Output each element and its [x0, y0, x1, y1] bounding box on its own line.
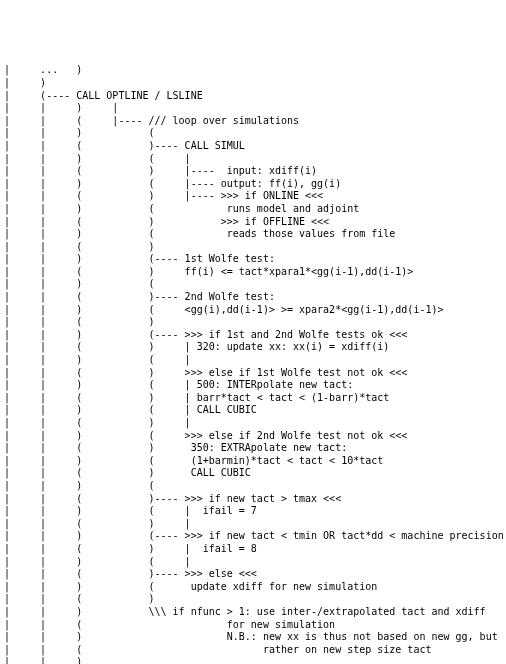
code-flow-diagram: | ... ) | ) | (---- CALL OPTLINE / LSLIN… — [4, 64, 506, 664]
